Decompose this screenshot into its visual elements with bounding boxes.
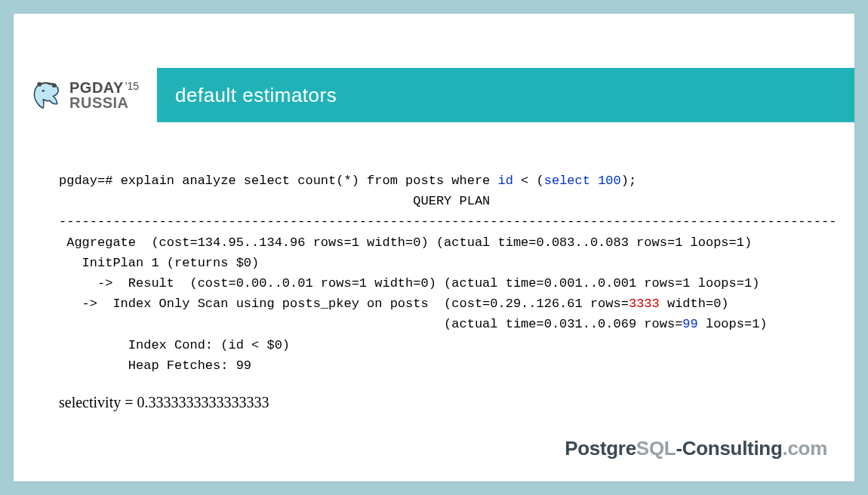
plan-line: Heap Fetches: 99 [59,358,251,373]
logo-year: '15 [125,80,139,92]
plan-line: Index Cond: (id < $0) [59,338,290,352]
svg-point-0 [42,90,45,92]
title-bar: default estimators [157,68,854,122]
footer-part: .com [783,437,827,460]
prompt: pgday=# [59,174,121,188]
plan-line: -> Result (cost=0.00..0.01 rows=1 width=… [59,276,759,291]
selectivity-note: selectivity = 0.3333333333333333 [59,394,809,411]
logo-line1: PGDAY [69,79,124,96]
plan-line: -> Index Only Scan using posts_pkey on p… [59,297,629,311]
estimated-rows: 3333 [629,297,660,311]
event-logo: PGDAY'15 RUSSIA [30,68,157,122]
slide: PGDAY'15 RUSSIA default estimators pgday… [14,14,854,481]
footer-part: -Consulting [676,437,782,460]
slide-title: default estimators [175,84,337,107]
actual-rows: 99 [682,317,697,331]
svg-point-1 [52,83,57,88]
plan-line: width=0) [660,297,729,311]
divider: ----------------------------------------… [59,214,836,229]
logo-line2: RUSSIA [69,95,139,110]
sql-keyword: select [544,174,590,188]
logo-text: PGDAY'15 RUSSIA [69,80,139,110]
svg-point-2 [37,82,42,87]
elephant-icon [30,78,65,112]
footer-part: SQL [636,437,676,460]
code-block: pgday=# explain analyze select count(*) … [59,171,809,376]
plan-line: Aggregate (cost=134.95..134.96 rows=1 wi… [59,235,752,250]
plan-line: loops=1) [698,317,768,331]
sql-text: explain analyze select count(*) from pos… [121,174,498,188]
sql-text: < ( [513,174,544,188]
footer-part: Postgre [565,437,636,460]
sql-literal: 100 [590,174,621,188]
footer-brand: PostgreSQL-Consulting.com [565,437,827,460]
sql-col: id [498,174,513,188]
query-plan-label: QUERY PLAN [59,194,490,208]
plan-line: InitPlan 1 (returns $0) [59,256,259,270]
content-area: pgday=# explain analyze select count(*) … [59,171,809,421]
sql-text: ); [621,174,636,188]
plan-line: (actual time=0.031..0.069 rows= [59,317,682,331]
